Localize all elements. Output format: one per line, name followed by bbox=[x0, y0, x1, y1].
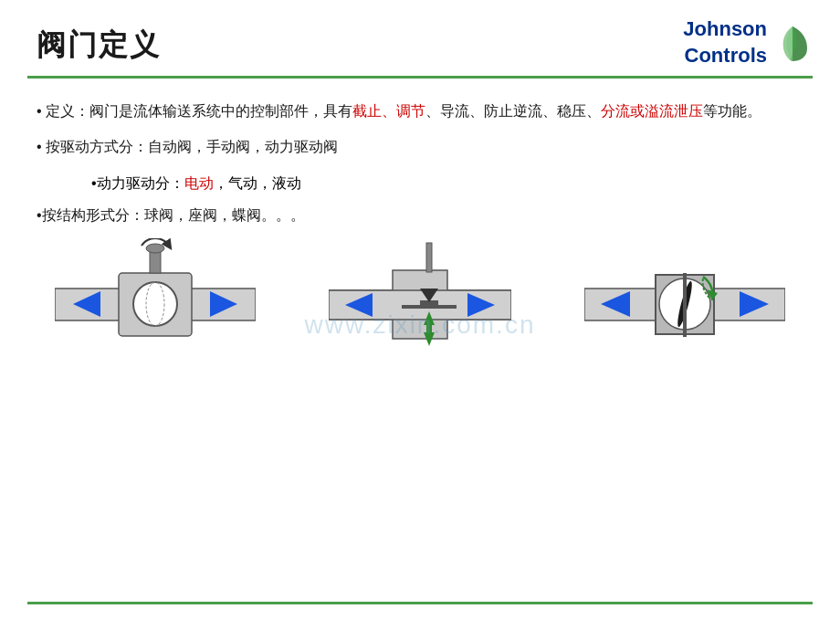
content-area: • 定义：阀门是流体输送系统中的控制部件，具有截止、调节、导流、防止逆流、稳压、… bbox=[0, 79, 840, 227]
bullet-drive-sub: •动力驱动分：电动，气动，液动 bbox=[37, 171, 803, 195]
bullet-drive: • 按驱动方式分：自动阀，手动阀，动力驱动阀 bbox=[37, 134, 803, 159]
bullet-definition-suffix: 等功能。 bbox=[703, 103, 761, 119]
logo-controls: Controls bbox=[683, 43, 767, 69]
bullet-drive-text: • 按驱动方式分：自动阀，手动阀，动力驱动阀 bbox=[37, 139, 338, 154]
bullet-drive-sub-suffix: ，气动，液动 bbox=[214, 175, 301, 191]
bullet-structure-text: •按结构形式分：球阀，座阀，蝶阀。。。 bbox=[37, 207, 305, 223]
ball-valve-svg bbox=[55, 238, 256, 371]
page-title: 阀门定义 bbox=[37, 26, 161, 66]
svg-rect-18 bbox=[426, 243, 432, 272]
header: 阀门定义 Johnson Controls bbox=[0, 0, 840, 68]
bullet-drive-sub-red: 电动 bbox=[184, 175, 214, 191]
seat-valve-svg bbox=[329, 238, 511, 371]
ball-valve-diagram bbox=[55, 238, 256, 371]
bullet-definition-red2: 分流或溢流泄压 bbox=[601, 103, 703, 119]
bullet-definition: • 定义：阀门是流体输送系统中的控制部件，具有截止、调节、导流、防止逆流、稳压、… bbox=[37, 99, 803, 123]
logo-icon bbox=[772, 23, 813, 63]
butterfly-valve-svg bbox=[584, 238, 785, 371]
logo-text: Johnson Controls bbox=[683, 16, 767, 68]
svg-point-2 bbox=[133, 282, 177, 326]
svg-point-7 bbox=[146, 244, 164, 253]
logo-area: Johnson Controls bbox=[683, 16, 813, 68]
bullet-structure: •按结构形式分：球阀，座阀，蝶阀。。。 bbox=[37, 203, 803, 227]
svg-rect-23 bbox=[683, 273, 687, 337]
bullet-definition-mid: 、导流、防止逆流、稳压、 bbox=[425, 103, 601, 119]
logo-johnson: Johnson bbox=[683, 16, 767, 43]
bullet-drive-sub-prefix: •动力驱动分： bbox=[91, 175, 184, 191]
bullet-definition-red1: 截止、调节 bbox=[352, 103, 425, 119]
butterfly-valve-diagram bbox=[584, 238, 785, 371]
bullet-definition-prefix: • 定义：阀门是流体输送系统中的控制部件，具有 bbox=[37, 103, 352, 119]
bottom-separator bbox=[27, 602, 813, 604]
seat-valve-diagram bbox=[329, 238, 511, 371]
diagrams-area bbox=[0, 238, 840, 371]
